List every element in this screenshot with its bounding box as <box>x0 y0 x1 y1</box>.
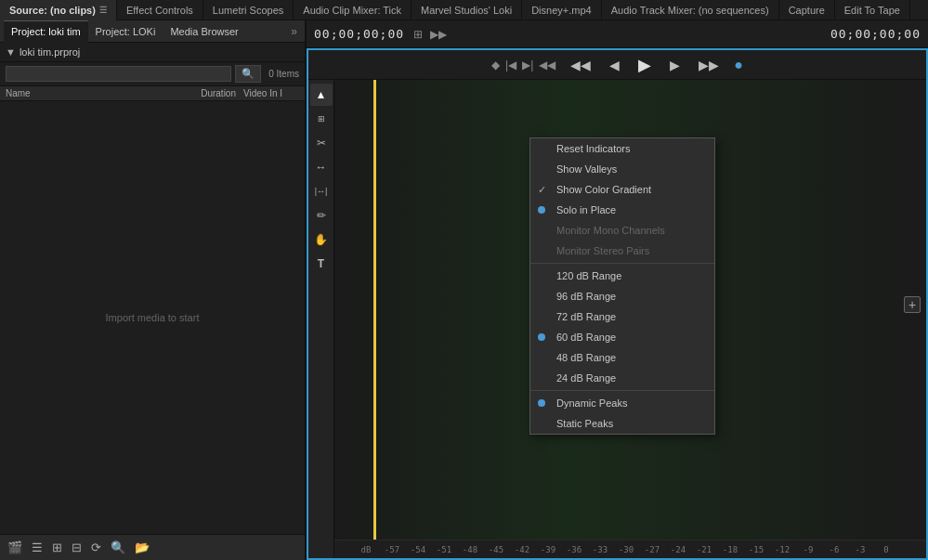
menu-item-label: Show Color Gradient <box>556 184 651 195</box>
menu-item-120db[interactable]: 120 dB Range <box>530 266 714 286</box>
items-count: 0 Items <box>268 69 299 79</box>
search-row: 🔍 0 Items <box>0 62 305 86</box>
play-btn[interactable]: ▶ <box>634 53 655 77</box>
automate-icon[interactable]: ⟳ <box>89 539 103 556</box>
tab-lumetri-scopes[interactable]: Lumetri Scopes <box>203 0 294 20</box>
add-clip-icon[interactable]: 🎬 <box>6 539 24 556</box>
menu-item-24db[interactable]: 24 dB Range <box>530 368 714 388</box>
folder-icon: ▼ <box>6 46 16 58</box>
rewind-btn[interactable]: ◀◀ <box>567 56 595 74</box>
razor-tool-btn[interactable]: ✂ <box>310 132 333 154</box>
db-tick: -51 <box>431 545 457 554</box>
step-back-icon[interactable]: |◀ <box>505 59 516 72</box>
step-back-btn[interactable]: ◀ <box>606 56 623 74</box>
step-fwd-btn[interactable]: ▶ <box>666 56 684 74</box>
left-transport-icons: ◆ |◀ ▶| ◀◀ <box>491 59 555 72</box>
tab-audio-track-mixer[interactable]: Audio Track Mixer: (no sequences) <box>602 0 779 20</box>
col-name-header: Name <box>6 88 188 98</box>
tab-capture[interactable]: Capture <box>779 0 835 20</box>
top-tab-bar: Source: (no clips) ☰ Effect Controls Lum… <box>0 0 928 20</box>
menu-item-label: Dynamic Peaks <box>556 397 627 409</box>
slide-tool-btn[interactable]: |↔| <box>310 180 333 202</box>
panel-arrow-btn[interactable]: » <box>287 25 301 38</box>
checkmark-icon: ✓ <box>538 184 546 196</box>
bins-icon[interactable]: 📂 <box>133 539 151 556</box>
tab-disney[interactable]: Disney+.mp4 <box>522 0 602 20</box>
search-button[interactable]: 🔍 <box>235 65 261 83</box>
list-view-icon[interactable]: ☰ <box>30 539 45 556</box>
text-tool-btn[interactable]: T <box>310 253 333 275</box>
radio-dot-icon <box>538 206 545 214</box>
slip-tool-btn[interactable]: ↔ <box>310 156 333 178</box>
add-track-btn[interactable]: + <box>904 296 921 313</box>
menu-item-label: Monitor Stereo Pairs <box>556 245 649 256</box>
menu-item-dynamic-peaks[interactable]: Dynamic Peaks <box>530 393 714 413</box>
step-back2-icon[interactable]: ◀◀ <box>539 59 555 72</box>
tab-label: Lumetri Scopes <box>213 5 283 16</box>
menu-item-label: 96 dB Range <box>556 291 616 302</box>
menu-separator-2 <box>530 390 714 391</box>
left-panel: Project: loki tim Project: LOKi Media Br… <box>0 20 307 560</box>
db-tick: -9 <box>795 545 821 554</box>
main-layout: Project: loki tim Project: LOKi Media Br… <box>0 20 928 560</box>
mark-in-icon[interactable]: ◆ <box>491 59 500 72</box>
grid-view-icon[interactable]: ⊞ <box>50 539 64 556</box>
db-tick: -12 <box>769 545 795 554</box>
tab-source[interactable]: Source: (no clips) ☰ <box>0 0 117 20</box>
db-tick: -24 <box>665 545 691 554</box>
hand-tool-btn[interactable]: ✋ <box>310 228 333 251</box>
tab-marvel-loki[interactable]: Marvel Studios' Loki <box>412 0 522 20</box>
menu-item-48db[interactable]: 48 dB Range <box>530 347 714 368</box>
context-menu: Reset Indicators Show Valleys ✓ Show Col… <box>529 137 715 435</box>
pen-tool-btn[interactable]: ✏ <box>310 204 333 227</box>
menu-item-72db[interactable]: 72 dB Range <box>530 306 714 327</box>
project-tab-media-browser[interactable]: Media Browser <box>163 20 245 43</box>
menu-item-60db[interactable]: 60 dB Range <box>530 327 714 347</box>
menu-item-reset-indicators[interactable]: Reset Indicators <box>530 138 714 159</box>
db-ruler: dB-57-54-51-48-45-42-39-36-33-30-27-24-2… <box>334 540 926 558</box>
menu-item-solo-in-place[interactable]: Solo in Place <box>530 200 714 220</box>
import-text: Import media to start <box>106 312 200 323</box>
import-area: Import media to start <box>0 101 305 534</box>
search-input[interactable] <box>6 66 231 82</box>
db-tick: -21 <box>691 545 717 554</box>
db-tick: 0 <box>873 545 899 554</box>
clip-icon[interactable]: ▶▶ <box>430 28 447 41</box>
tab-effect-controls[interactable]: Effect Controls <box>117 0 203 20</box>
db-tick: -57 <box>379 545 405 554</box>
menu-item-96db[interactable]: 96 dB Range <box>530 286 714 306</box>
menu-item-static-peaks[interactable]: Static Peaks <box>530 413 714 434</box>
fast-fwd-btn[interactable]: ▶▶ <box>695 56 723 74</box>
menu-item-label: Show Valleys <box>556 163 617 175</box>
menu-item-label: 60 dB Range <box>556 332 616 343</box>
playhead-bar <box>373 80 376 540</box>
db-tick: -27 <box>639 545 665 554</box>
menu-item-label: 120 dB Range <box>556 270 621 281</box>
tab-edit-to-tape[interactable]: Edit To Tape <box>835 0 910 20</box>
time-icons: ⊞ ▶▶ <box>413 28 447 41</box>
project-tab-loki-tim[interactable]: Project: loki tim <box>4 20 88 43</box>
tab-menu-icon[interactable]: ☰ <box>99 6 107 15</box>
step-fwd-icon[interactable]: ▶| <box>522 59 533 72</box>
menu-item-show-valleys[interactable]: Show Valleys <box>530 159 714 179</box>
menu-item-label: Reset Indicators <box>556 143 630 154</box>
tab-label: Source: (no clips) <box>9 5 96 16</box>
menu-item-monitor-stereo: Monitor Stereo Pairs <box>530 241 714 261</box>
project-tab-label: Project: loki tim <box>11 26 81 37</box>
menu-separator-1 <box>530 263 714 264</box>
tab-label: Audio Clip Mixer: Tick <box>303 5 401 16</box>
filmstrip-icon[interactable]: ⊟ <box>70 539 84 556</box>
menu-item-label: Static Peaks <box>556 418 613 429</box>
select-tool-btn[interactable]: ▲ <box>310 84 333 106</box>
project-tab-loki[interactable]: Project: LOKi <box>88 20 163 43</box>
col-duration-header: Duration <box>188 88 243 98</box>
tab-audio-clip-mixer[interactable]: Audio Clip Mixer: Tick <box>294 0 412 20</box>
loop-icon[interactable]: ⊞ <box>413 28 423 41</box>
tool-panel: ▲ ⊞ ✂ ↔ |↔| ✏ ✋ T <box>308 80 334 558</box>
tab-label: Edit To Tape <box>844 5 900 16</box>
dot-icon[interactable]: ● <box>734 57 743 73</box>
find-icon[interactable]: 🔍 <box>109 539 127 556</box>
db-tick: -33 <box>587 545 613 554</box>
ripple-tool-btn[interactable]: ⊞ <box>310 108 333 130</box>
menu-item-show-color-gradient[interactable]: ✓ Show Color Gradient <box>530 179 714 200</box>
